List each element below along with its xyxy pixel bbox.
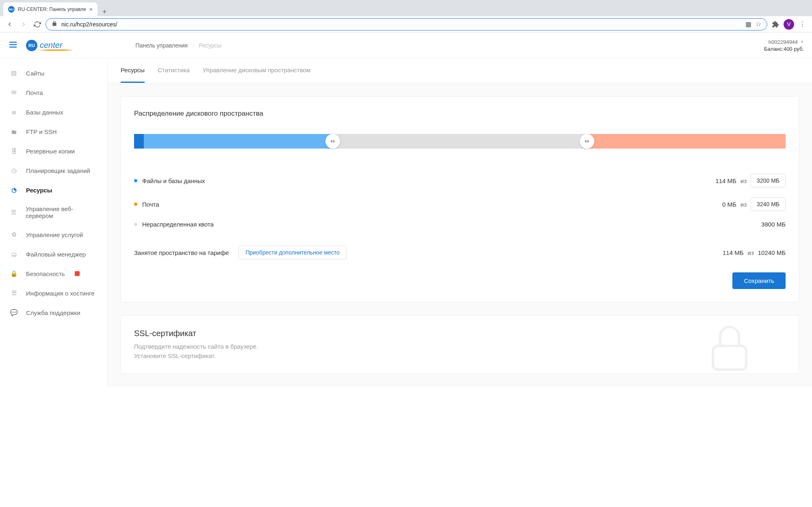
card-title: Распределение дискового пространства (134, 110, 786, 118)
balance-label: Баланс: (764, 46, 784, 52)
slider-handle-left[interactable] (325, 134, 340, 149)
of-label: из (741, 177, 747, 184)
extensions-icon[interactable] (770, 19, 781, 30)
slider-segment-files (144, 134, 333, 149)
save-button[interactable]: Сохранить (732, 272, 786, 289)
sidebar-item-label: Почта (26, 89, 43, 96)
disk-slider[interactable] (134, 134, 786, 149)
sidebar-item-folder[interactable]: 🖿FTP и SSH (0, 122, 107, 141)
slider-segment-unallocated (333, 134, 587, 149)
sidebar-item-chat[interactable]: 💬Служба поддержки (0, 303, 107, 322)
sidebar-item-filemgr[interactable]: 🗂Файловый менеджер (0, 244, 107, 264)
logo-text: center (40, 41, 63, 50)
tariff-used: 114 МБ (723, 249, 744, 256)
app-header: RU center Панель управления › Ресурсы h0… (0, 32, 812, 58)
close-icon[interactable]: × (89, 6, 93, 13)
clock-icon: ◷ (10, 166, 18, 175)
breadcrumb-root[interactable]: Панель управления (136, 42, 188, 49)
alert-badge (75, 271, 80, 276)
padlock-illustration-icon (701, 320, 758, 374)
account-id[interactable]: h002294944 ▼ (764, 39, 804, 45)
sidebar-item-settings[interactable]: ⚙Управление услугой (0, 225, 107, 244)
sites-icon: ▤ (10, 69, 18, 77)
sidebar-item-label: Базы данных (26, 109, 63, 116)
sidebar-item-db[interactable]: ≣Базы данных (0, 102, 107, 122)
db-icon: ≣ (10, 108, 18, 116)
pie-icon: ◔ (10, 186, 18, 194)
favicon-icon: RU (8, 6, 15, 13)
breadcrumb: Панель управления › Ресурсы (136, 42, 221, 49)
sidebar-item-label: Планировщик заданий (26, 167, 90, 174)
row-label: Нераспределенная квота (142, 221, 756, 228)
row-label: Файлы и базы данных (142, 177, 710, 184)
sidebar-item-label: Сайты (26, 70, 44, 77)
of-label: из (741, 201, 747, 208)
tab-title: RU-CENTER: Панель управле (18, 6, 86, 12)
tabs: РесурсыСтатистикаУправление дисковым про… (108, 58, 812, 83)
forward-button[interactable] (18, 19, 29, 30)
used-value: 114 МБ (715, 177, 736, 184)
filemgr-icon: 🗂 (10, 250, 18, 258)
ssl-card: SSL-сертификат Подтвердите надежность са… (121, 315, 799, 374)
bookmark-icon[interactable]: ☆ (756, 20, 761, 28)
ssl-title: SSL-сертификат (134, 329, 786, 338)
sidebar-item-label: Служба поддержки (26, 309, 80, 316)
menu-icon[interactable]: ⋮ (797, 19, 808, 30)
quota-input-mail[interactable]: 3240 МБ (751, 197, 786, 211)
mail-icon: ✉ (10, 88, 18, 97)
sidebar-item-mail[interactable]: ✉Почта (0, 83, 107, 102)
row-files: Файлы и базы данных 114 МБ из 3200 МБ (134, 169, 786, 192)
sidebar-item-label: Управление услугой (26, 231, 83, 238)
sidebar-item-clock[interactable]: ◷Планировщик заданий (0, 161, 107, 180)
row-tariff: Занятое пространство на тарифе Приобрест… (134, 241, 786, 264)
tariff-total: 10240 МБ (758, 249, 786, 256)
account-block: h002294944 ▼ Баланс:400 руб. (764, 39, 804, 52)
browser-tab[interactable]: RU RU-CENTER: Панель управле × (3, 2, 97, 16)
hamburger-button[interactable] (8, 40, 18, 51)
server-icon: ☰ (10, 208, 17, 216)
disk-card: Распределение дискового пространства Фай… (121, 96, 799, 302)
address-bar[interactable]: nic.ru/hcp2/resources/ ▦ ☆ (45, 18, 767, 30)
slider-segment-used (134, 134, 144, 149)
slider-handle-right[interactable] (580, 134, 594, 149)
account-id-text: h002294944 (769, 39, 798, 45)
tariff-label: Занятое пространство на тарифе (134, 249, 229, 256)
sidebar-item-label: Резервные копии (26, 148, 75, 155)
sidebar-item-label: Безопасность (26, 270, 65, 277)
reload-button[interactable] (32, 19, 43, 30)
tab-1[interactable]: Статистика (158, 58, 190, 83)
lock-icon: 🔒 (10, 270, 18, 278)
profile-avatar[interactable]: V (784, 19, 794, 30)
sidebar-item-label: Информация о хостинге (26, 290, 95, 297)
sidebar-item-info[interactable]: ☰Информация о хостинге (0, 283, 107, 303)
settings-icon: ⚙ (10, 231, 18, 239)
svg-rect-3 (713, 346, 746, 369)
row-unallocated: Нераспределенная квота 3800 МБ (134, 216, 786, 233)
dot-icon (134, 223, 137, 226)
quota-input-files[interactable]: 3200 МБ (751, 174, 786, 188)
sidebar-item-server[interactable]: ☰Управление веб-сервером (0, 200, 107, 225)
ssl-description: Подтвердите надежность сайта в браузере.… (134, 342, 786, 360)
slider-segment-mail (587, 134, 786, 149)
qr-icon[interactable]: ▦ (745, 20, 751, 28)
sidebar-item-archive[interactable]: 🗄Резервные копии (0, 141, 107, 161)
sidebar-item-sites[interactable]: ▤Сайты (0, 63, 107, 83)
ssl-line1: Подтвердите надежность сайта в браузере. (134, 342, 786, 352)
logo-badge: RU (26, 40, 37, 51)
sidebar-item-pie[interactable]: ◔Ресурсы (0, 180, 107, 200)
chat-icon: 💬 (10, 309, 18, 317)
buy-space-button[interactable]: Приобрести дополнительное место (238, 246, 346, 259)
sidebar: ▤Сайты✉Почта≣Базы данных🖿FTP и SSH🗄Резер… (0, 58, 108, 387)
tab-2[interactable]: Управление дисковым пространством (203, 58, 310, 83)
browser-chrome: RU RU-CENTER: Панель управле × + nic.ru/… (0, 0, 812, 32)
logo[interactable]: RU center (26, 40, 63, 51)
ssl-line2: Установите SSL-сертификат. (134, 352, 786, 361)
back-button[interactable] (4, 19, 15, 30)
new-tab-button[interactable]: + (97, 8, 112, 16)
sidebar-item-label: Управление веб-сервером (26, 205, 97, 219)
sidebar-item-lock[interactable]: 🔒Безопасность (0, 264, 107, 283)
main-content: РесурсыСтатистикаУправление дисковым про… (108, 58, 812, 387)
tab-0[interactable]: Ресурсы (121, 58, 145, 83)
lock-icon (52, 21, 57, 28)
used-value: 0 МБ (722, 201, 736, 208)
